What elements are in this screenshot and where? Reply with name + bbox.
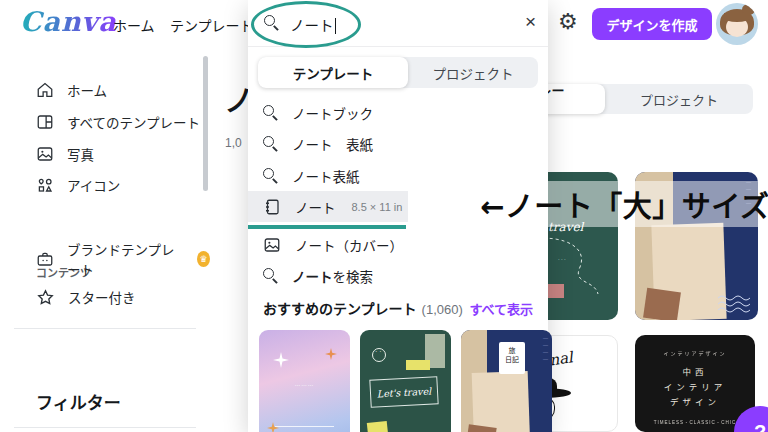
user-avatar[interactable] bbox=[716, 3, 758, 45]
suggestion-search-note[interactable]: ノートを検索 bbox=[248, 260, 548, 291]
sparkle-decoration bbox=[325, 348, 337, 360]
sidebar-item-brand-templates[interactable]: ブランドテンプレート ♛ bbox=[36, 248, 210, 270]
nav-home[interactable]: ホーム bbox=[113, 15, 155, 35]
photo-icon bbox=[36, 145, 54, 163]
search-icon bbox=[263, 168, 278, 183]
recommended-thumbnail-gradient[interactable]: ⋯⋯⋯ bbox=[259, 330, 350, 432]
suggestion-label: ノート（カバー） bbox=[295, 235, 403, 255]
suggestion-note-8p5x11[interactable]: ノート 8.5 × 11 in bbox=[248, 191, 408, 222]
suggestion-label: ノートブック bbox=[292, 103, 373, 123]
main-tab-projects[interactable]: プロジェクト bbox=[605, 84, 753, 114]
search-panel-tabs: テンプレート プロジェクト bbox=[258, 57, 538, 88]
diary-label: 旅 日記 bbox=[499, 342, 525, 374]
notebook-icon bbox=[263, 198, 281, 216]
waves-decoration bbox=[718, 294, 754, 314]
tab-templates[interactable]: テンプレート bbox=[258, 57, 408, 88]
close-icon[interactable]: × bbox=[525, 11, 536, 33]
thumbnail-title: Let's travel bbox=[377, 385, 432, 399]
sidebar-item-starred[interactable]: スター付き bbox=[36, 286, 136, 308]
settings-gear-icon[interactable]: ⚙ bbox=[558, 9, 578, 35]
thumbnail-tiny-text: · · · bbox=[558, 256, 566, 262]
sparkle-decoration bbox=[273, 352, 289, 368]
image-icon bbox=[263, 236, 281, 254]
sidebar-divider bbox=[14, 328, 196, 329]
teal-underline-annotation bbox=[248, 225, 406, 229]
see-all-link[interactable]: すべて表示 bbox=[469, 299, 533, 318]
avatar-fringe bbox=[724, 13, 750, 22]
smiley-decoration bbox=[372, 348, 386, 362]
sidebar-item-icons[interactable]: アイコン bbox=[36, 174, 120, 196]
shapes-icon bbox=[36, 176, 54, 194]
thumbnail-text-line: デザイン bbox=[635, 395, 755, 407]
thumbnail-tiny-text: ⋯⋯⋯ bbox=[259, 382, 350, 388]
recommended-heading: おすすめのテンプレート bbox=[263, 298, 417, 318]
title-frame: Let's travel bbox=[369, 376, 438, 408]
sparkle-decoration bbox=[267, 422, 279, 432]
search-icon bbox=[264, 15, 279, 30]
paper-decoration bbox=[472, 371, 531, 432]
sidebar-item-label: すべてのテンプレート bbox=[67, 112, 200, 132]
results-count: 1,0 bbox=[225, 136, 242, 150]
torn-paper-decoration bbox=[643, 288, 681, 320]
recommended-thumbnail-lets-travel[interactable]: Let's travel bbox=[360, 330, 451, 432]
search-icon bbox=[263, 136, 278, 151]
home-icon bbox=[36, 81, 54, 99]
size-annotation-text: ←ノート「大」サイズ bbox=[476, 181, 768, 227]
sidebar-item-label: ホーム bbox=[67, 80, 107, 100]
recommended-count: (1,060) bbox=[422, 302, 463, 317]
sidebar-item-label: ブランドテンプレート bbox=[67, 239, 176, 279]
recommended-thumbnail-travel-diary[interactable]: 旅 日記 ｜｜｜｜ bbox=[461, 330, 552, 432]
nav-templates[interactable]: テンプレート bbox=[170, 15, 254, 35]
sidebar-item-label: スター付き bbox=[68, 287, 136, 307]
suggestion-note-cover-spaced[interactable]: ノート 表紙 bbox=[248, 128, 548, 159]
thumbnail-small-text: インテリアデザイン bbox=[635, 349, 755, 356]
search-input[interactable]: ノート bbox=[290, 14, 336, 35]
sidebar-scrollbar[interactable] bbox=[203, 56, 208, 191]
sidebar-item-all-templates[interactable]: すべてのテンプレート bbox=[36, 111, 200, 133]
suggestion-note-cover-paren[interactable]: ノート（カバー） bbox=[248, 229, 548, 260]
tab-projects[interactable]: プロジェクト bbox=[408, 57, 538, 88]
filter-heading: フィルター bbox=[36, 389, 121, 414]
search-bar[interactable]: ノート × bbox=[248, 0, 548, 47]
suggestion-size: 8.5 × 11 in bbox=[352, 201, 403, 213]
sidebar-item-home[interactable]: ホーム bbox=[36, 79, 107, 101]
sidebar-item-photos[interactable]: 写真 bbox=[36, 143, 94, 165]
brand-kit-icon bbox=[36, 250, 54, 268]
recommended-header-row: おすすめのテンプレート (1,060) すべて表示 bbox=[263, 298, 533, 318]
sidebar-item-label: アイコン bbox=[67, 175, 120, 195]
star-icon bbox=[36, 288, 55, 307]
vertical-text-decoration: ｜｜｜｜ bbox=[542, 336, 549, 364]
suggestion-notebook[interactable]: ノートブック bbox=[248, 97, 548, 128]
thumbnail-text-line: 中西 bbox=[635, 365, 755, 377]
suggestion-label: ノート bbox=[295, 197, 336, 217]
search-icon bbox=[263, 268, 278, 283]
create-design-button[interactable]: デザインを作成 bbox=[592, 8, 712, 40]
pro-badge-icon: ♛ bbox=[197, 251, 210, 267]
ticket-decoration bbox=[367, 421, 389, 432]
suggestion-label: ノート 表紙 bbox=[292, 134, 373, 154]
sidebar-divider bbox=[14, 427, 196, 428]
line-decoration bbox=[275, 426, 334, 427]
suggestion-label: ノートを検索 bbox=[292, 266, 373, 286]
canva-logo[interactable]: Canva bbox=[20, 6, 117, 37]
thumbnail-text-line: インテリア bbox=[635, 380, 755, 392]
suggestion-label: ノート表紙 bbox=[292, 166, 360, 186]
search-icon bbox=[263, 105, 278, 120]
sidebar-item-label: 写真 bbox=[67, 144, 94, 164]
templates-icon bbox=[36, 113, 54, 131]
ticket-decoration bbox=[406, 360, 430, 370]
sidebar: ホーム すべてのテンプレート 写真 アイコン コンテンツ ブランドテンプレート … bbox=[0, 48, 210, 432]
